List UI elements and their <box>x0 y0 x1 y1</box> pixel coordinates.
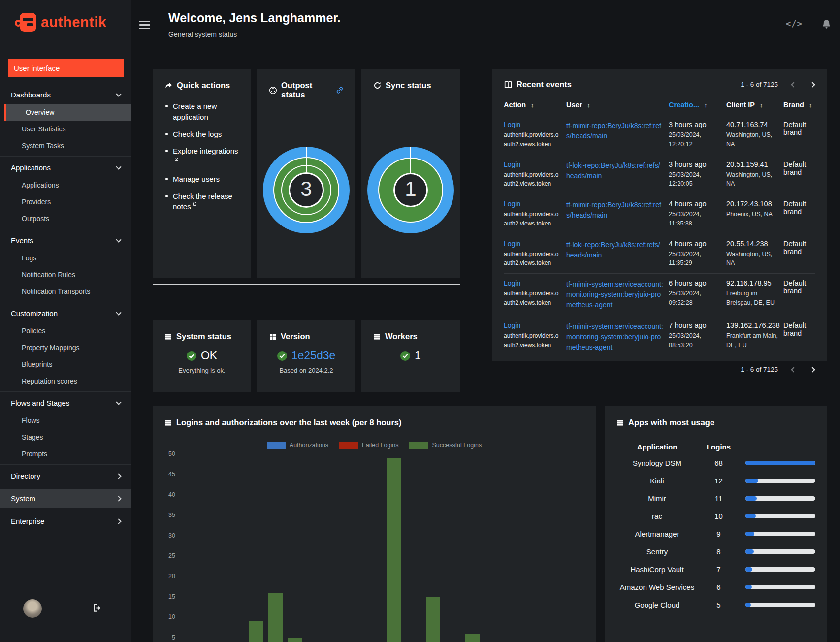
sidebar-item-reputation-scores[interactable]: Reputation scores <box>0 373 131 389</box>
usage-progress-bar <box>745 496 815 501</box>
event-action-link[interactable]: Login <box>504 121 520 128</box>
app-usage-row: Sentry 8 <box>616 546 815 557</box>
events-column-action[interactable]: Action↕ <box>504 101 561 109</box>
usage-progress-bar <box>745 479 815 483</box>
event-user-cell: tf-mimir-repo:BeryJu/k8s:ref:refs/heads/… <box>566 200 664 228</box>
sidebar-item-logs[interactable]: Logs <box>0 250 131 266</box>
apps-usage-table: Application Logins Synology DSM 68 Kiali… <box>616 443 815 617</box>
quick-action-manage-users[interactable]: Manage users <box>164 174 239 185</box>
external-link-icon <box>174 157 179 161</box>
sidebar-item-applications[interactable]: Applications <box>0 177 131 193</box>
link-icon[interactable] <box>336 86 344 94</box>
event-brand: Default brand <box>783 160 817 176</box>
events-column-user[interactable]: User↕ <box>566 101 664 109</box>
sidebar-group-header-directory[interactable]: Directory <box>0 467 131 485</box>
page-header: Welcome, Jens Langhammer. General system… <box>168 11 341 38</box>
pagination-next-icon[interactable] <box>809 365 815 374</box>
events-table-body: Login authentik.providers.oauth2.views.t… <box>504 115 815 358</box>
events-column-client-ip[interactable]: Client IP↕ <box>726 101 778 109</box>
menu-hamburger-icon[interactable] <box>139 21 150 30</box>
sidebar-group-header-system[interactable]: System <box>0 489 131 508</box>
quick-action-check-the-release-notes[interactable]: Check the release notes <box>164 191 239 213</box>
event-brand-cell: Default brand <box>783 240 817 268</box>
app-usage-row: rac 10 <box>616 511 815 521</box>
quick-action-create-a-new-application[interactable]: Create a new application <box>164 101 239 123</box>
check-circle-icon <box>400 351 410 361</box>
donut-value: 3 <box>263 177 350 201</box>
user-interface-button[interactable]: User interface <box>8 59 124 77</box>
sidebar-item-blueprints[interactable]: Blueprints <box>0 356 131 373</box>
y-tick-label: 20 <box>161 573 175 579</box>
event-row: Login authentik.providers.oauth2.views.t… <box>504 274 815 316</box>
sidebar-item-notification-transports[interactable]: Notification Transports <box>0 283 131 300</box>
sidebar-group-header-flows-and-stages[interactable]: Flows and Stages <box>0 394 131 412</box>
event-action-detail: authentik.providers.oauth2.views.token <box>504 331 561 350</box>
sidebar-group-header-events[interactable]: Events <box>0 231 131 250</box>
app-login-count: 68 <box>698 459 740 467</box>
sidebar-group-header-customization[interactable]: Customization <box>0 304 131 322</box>
event-ip: 20.172.43.108 <box>726 200 778 208</box>
event-action-link[interactable]: Login <box>504 321 520 329</box>
quick-action-explore-integrations[interactable]: Explore integrations <box>164 146 239 167</box>
quick-action-check-the-logs[interactable]: Check the logs <box>164 129 239 140</box>
event-action-link[interactable]: Login <box>504 240 520 248</box>
pagination-prev-icon[interactable] <box>791 80 797 89</box>
event-action-link[interactable]: Login <box>504 279 520 287</box>
sidebar-group-header-applications[interactable]: Applications <box>0 159 131 177</box>
event-row: Login authentik.providers.oauth2.views.t… <box>504 155 815 195</box>
event-user-link[interactable]: tf-mimir-system:serviceaccount:monitorin… <box>566 321 664 353</box>
sidebar-item-user-statistics[interactable]: User Statistics <box>0 121 131 137</box>
event-timestamp: 25/03/2024, 11:35:29 <box>669 250 721 268</box>
event-user-link[interactable]: tf-mimir-system:serviceaccount:monitorin… <box>566 279 664 310</box>
pagination-next-icon[interactable] <box>809 80 815 89</box>
sidebar-group-header-dashboards[interactable]: Dashboards <box>0 86 131 104</box>
events-column-brand[interactable]: Brand↕ <box>783 101 817 109</box>
notifications-bell-icon[interactable] <box>821 19 832 29</box>
sidebar-item-providers[interactable]: Providers <box>0 193 131 210</box>
server-icon <box>164 419 172 427</box>
sort-asc-icon: ↑ <box>704 101 708 109</box>
pagination-prev-icon[interactable] <box>791 365 797 374</box>
usage-progress-fill <box>745 514 756 518</box>
avatar[interactable] <box>23 599 42 618</box>
sidebar-item-stages[interactable]: Stages <box>0 429 131 446</box>
event-brand: Default brand <box>783 240 817 256</box>
usage-progress-fill <box>745 461 815 465</box>
sidebar-group-applications: ApplicationsApplicationsProvidersOutpost… <box>0 156 131 229</box>
sidebar-group-enterprise: Enterprise <box>0 510 131 532</box>
sidebar-item-outposts[interactable]: Outposts <box>0 210 131 227</box>
event-user-link[interactable]: tf-loki-repo:BeryJu/k8s:ref:refs/heads/m… <box>566 160 664 181</box>
event-creation-cell: 7 hours ago 25/03/2024, 08:53:20 <box>669 321 721 353</box>
sync-status-donut: 1 <box>367 147 454 233</box>
sidebar-item-flows[interactable]: Flows <box>0 412 131 429</box>
version-title: Version <box>281 332 310 341</box>
quick-actions-list: Create a new applicationCheck the logsEx… <box>164 101 239 212</box>
check-circle-icon <box>187 351 196 361</box>
sidebar-group-header-enterprise[interactable]: Enterprise <box>0 512 131 530</box>
version-link[interactable]: 1e25d3e <box>291 349 336 362</box>
events-column-creatio-[interactable]: Creatio...↑ <box>669 101 721 109</box>
sidebar-item-prompts[interactable]: Prompts <box>0 446 131 462</box>
sidebar-item-overview[interactable]: Overview <box>4 104 131 121</box>
sidebar-item-property-mappings[interactable]: Property Mappings <box>0 339 131 356</box>
sidebar-item-notification-rules[interactable]: Notification Rules <box>0 266 131 283</box>
usage-progress-fill <box>745 603 751 607</box>
sidebar-item-system-tasks[interactable]: System Tasks <box>0 137 131 154</box>
y-tick-label: 15 <box>161 593 175 600</box>
event-row: Login authentik.providers.oauth2.views.t… <box>504 234 815 274</box>
event-user-link[interactable]: tf-mimir-repo:BeryJu/k8s:ref:refs/heads/… <box>566 121 664 141</box>
api-code-icon[interactable]: </> <box>786 19 803 29</box>
event-action-link[interactable]: Login <box>504 200 520 208</box>
outpost-status-title: Outpost status <box>281 81 329 99</box>
sidebar-item-policies[interactable]: Policies <box>0 322 131 339</box>
bar-successful-logins <box>426 597 440 642</box>
event-user-link[interactable]: tf-loki-repo:BeryJu/k8s:ref:refs/heads/m… <box>566 240 664 260</box>
event-client-ip-cell: 20.172.43.108 Phoenix, US, NA <box>726 200 778 228</box>
event-action-link[interactable]: Login <box>504 160 520 168</box>
app-usage-row: Google Cloud 5 <box>616 600 815 610</box>
event-user-link[interactable]: tf-mimir-repo:BeryJu/k8s:ref:refs/heads/… <box>566 200 664 221</box>
system-status-value: OK <box>201 349 217 362</box>
logout-icon[interactable] <box>93 603 102 612</box>
chevron-right-icon <box>116 518 121 524</box>
event-user-cell: tf-loki-repo:BeryJu/k8s:ref:refs/heads/m… <box>566 240 664 268</box>
